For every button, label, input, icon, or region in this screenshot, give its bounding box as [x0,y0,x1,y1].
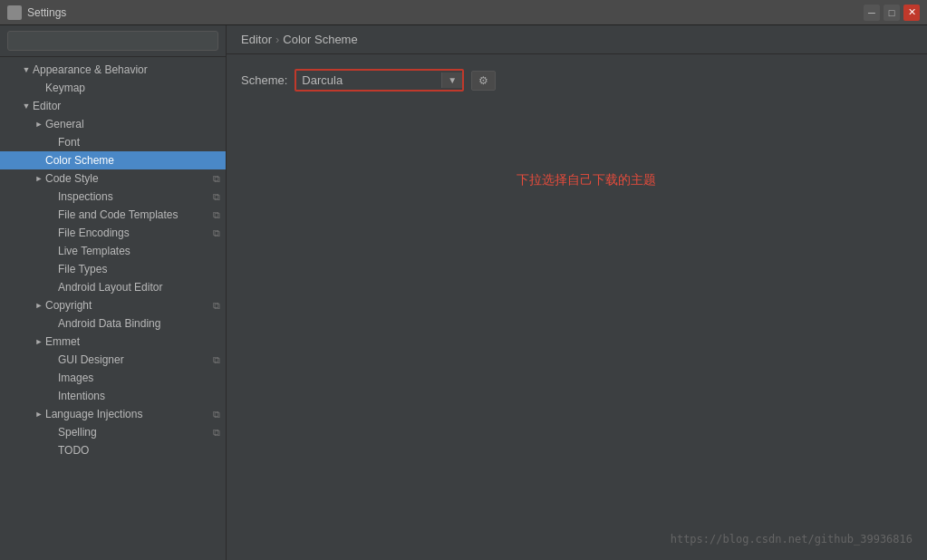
annotation-text: 下拉选择自己下载的主题 [517,172,656,188]
sidebar-item-file-code-templates[interactable]: File and Code Templates ⧉ [0,206,226,224]
sidebar-item-file-types[interactable]: File Types [0,260,226,278]
copy-icon: ⧉ [213,300,220,312]
copy-icon: ⧉ [213,191,220,203]
arrow-icon [20,63,33,76]
minimize-button[interactable]: ─ [864,5,880,21]
copy-icon: ⧉ [213,354,220,366]
sidebar-item-label: Intentions [58,390,226,402]
search-box [0,25,226,57]
arrow-icon [33,299,45,312]
maximize-button[interactable]: □ [884,5,900,21]
sidebar-item-label: Android Layout Editor [58,281,226,294]
arrow-icon [20,100,33,112]
sidebar-tree: Appearance & Behavior Keymap Editor Gene… [0,57,226,560]
copy-icon: ⧉ [213,173,220,185]
sidebar-item-color-scheme[interactable]: Color Scheme [0,151,226,169]
sidebar-item-emmet[interactable]: Emmet [0,333,226,351]
sidebar-item-label: Live Templates [58,245,226,257]
arrow-icon [33,408,45,420]
leaf-icon [45,245,58,257]
sidebar-item-file-encodings[interactable]: File Encodings ⧉ [0,224,226,242]
sidebar-item-label: Copyright [45,299,213,312]
leaf-icon [45,263,58,275]
close-button[interactable]: ✕ [903,5,920,21]
copy-icon: ⧉ [213,227,220,239]
leaf-icon [45,136,58,149]
arrow-icon [33,118,45,130]
scheme-select-wrapper: Darcula Default High Contrast ▼ [295,69,464,92]
breadcrumb-current: Color Scheme [283,33,357,46]
leaf-icon [33,154,45,167]
sidebar-item-label: General [45,118,226,130]
copy-icon: ⧉ [213,209,220,221]
leaf-icon [45,390,58,402]
sidebar-item-label: Images [58,372,226,384]
sidebar-item-label: Language Injections [45,408,213,420]
window-title: Settings [27,6,66,19]
window-controls: ─ □ ✕ [864,5,920,21]
sidebar-item-appearance[interactable]: Appearance & Behavior [0,61,226,79]
leaf-icon [45,353,58,366]
leaf-icon [45,372,58,384]
arrow-icon [33,335,45,348]
sidebar-item-label: Keymap [45,82,226,94]
sidebar: Appearance & Behavior Keymap Editor Gene… [0,25,227,560]
sidebar-item-label: File Encodings [58,227,213,239]
scheme-row: Scheme: Darcula Default High Contrast ▼ … [241,69,913,92]
content-body: Scheme: Darcula Default High Contrast ▼ … [227,54,927,560]
sidebar-item-general[interactable]: General [0,115,226,133]
copy-icon: ⧉ [213,427,220,439]
sidebar-item-android-layout[interactable]: Android Layout Editor [0,278,226,296]
leaf-icon [45,190,58,203]
leaf-icon [45,281,58,294]
leaf-icon [45,317,58,330]
leaf-icon [33,82,45,94]
sidebar-item-keymap[interactable]: Keymap [0,79,226,97]
sidebar-item-font[interactable]: Font [0,133,226,151]
leaf-icon [45,227,58,239]
content-area: Editor › Color Scheme Scheme: Darcula De… [227,25,927,560]
sidebar-item-todo[interactable]: TODO [0,441,226,459]
sidebar-item-label: TODO [58,444,226,457]
sidebar-item-gui-designer[interactable]: GUI Designer ⧉ [0,351,226,369]
sidebar-item-label: Emmet [45,335,226,348]
copy-icon: ⧉ [213,409,220,420]
sidebar-item-label: Spelling [58,426,213,439]
sidebar-item-label: File and Code Templates [58,208,213,221]
sidebar-item-label: Inspections [58,190,213,203]
scheme-select[interactable]: Darcula Default High Contrast [296,71,441,90]
sidebar-item-label: Android Data Binding [58,317,226,330]
sidebar-item-spelling[interactable]: Spelling ⧉ [0,423,226,441]
search-input[interactable] [7,31,218,51]
sidebar-item-language-injections[interactable]: Language Injections ⧉ [0,405,226,423]
sidebar-item-images[interactable]: Images [0,369,226,387]
watermark-text: https://blog.csdn.net/github_39936816 [671,533,913,546]
sidebar-item-intentions[interactable]: Intentions [0,387,226,405]
arrow-icon [33,172,45,185]
sidebar-item-label: File Types [58,263,226,275]
scheme-label: Scheme: [241,73,287,87]
title-bar-left: Settings [7,5,66,20]
sidebar-item-android-data-binding[interactable]: Android Data Binding [0,314,226,333]
title-bar: Settings ─ □ ✕ [0,0,927,25]
scheme-dropdown-button[interactable]: ▼ [441,72,462,88]
sidebar-item-label: Color Scheme [45,154,226,167]
scheme-gear-button[interactable]: ⚙ [471,71,496,91]
breadcrumb-separator: › [275,33,279,46]
sidebar-item-inspections[interactable]: Inspections ⧉ [0,188,226,206]
sidebar-item-label: Code Style [45,172,213,185]
leaf-icon [45,444,58,457]
leaf-icon [45,208,58,221]
sidebar-item-copyright[interactable]: Copyright ⧉ [0,296,226,314]
sidebar-item-editor[interactable]: Editor [0,97,226,115]
breadcrumb-parent: Editor [241,33,272,46]
app-icon [7,5,22,20]
breadcrumb: Editor › Color Scheme [227,25,927,54]
sidebar-item-code-style[interactable]: Code Style ⧉ [0,169,226,188]
sidebar-item-label: Appearance & Behavior [33,63,226,76]
sidebar-item-label: Editor [33,100,226,112]
leaf-icon [45,426,58,439]
sidebar-item-live-templates[interactable]: Live Templates [0,242,226,260]
main-layout: Appearance & Behavior Keymap Editor Gene… [0,25,927,560]
sidebar-item-label: Font [58,136,226,149]
